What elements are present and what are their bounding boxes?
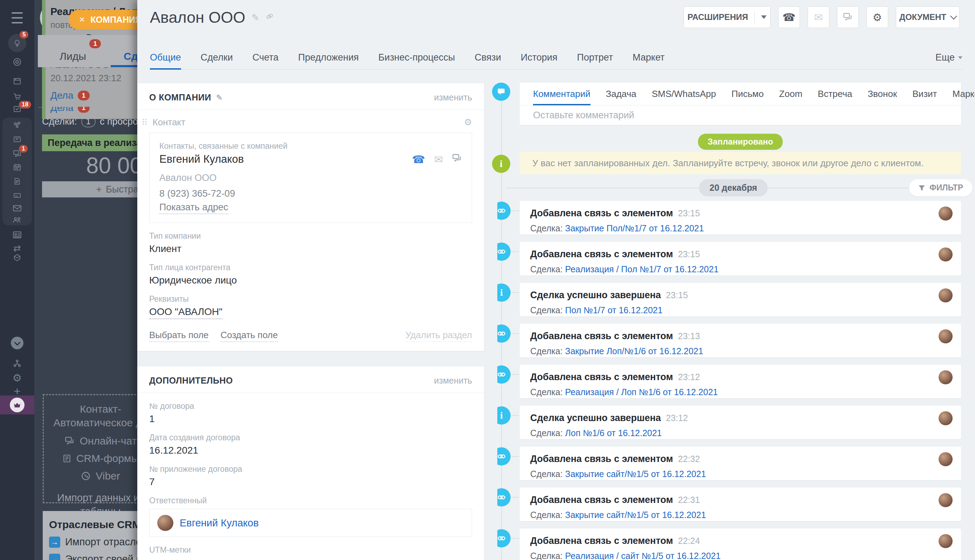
window-icon[interactable] bbox=[0, 77, 34, 85]
deal-activities[interactable]: Дела 1 bbox=[50, 90, 132, 101]
timeline-entry[interactable]: i Сделка успешно завершена 23:15 Сделка:… bbox=[520, 283, 961, 317]
chevron-down-icon[interactable] bbox=[761, 15, 766, 19]
contact-card-icon[interactable] bbox=[0, 231, 34, 239]
contact-name[interactable]: Евгений Кулаков bbox=[159, 153, 244, 165]
sitemap-icon[interactable] bbox=[0, 359, 34, 368]
entry-deal-link[interactable]: Реализация / сайт №1/5 от 16.12.2021 bbox=[565, 551, 721, 560]
tab-item[interactable]: Маркет bbox=[633, 52, 664, 69]
tab-item[interactable]: Предложения bbox=[298, 52, 359, 69]
target-icon[interactable] bbox=[0, 57, 34, 67]
timeline-entry[interactable]: i Добавлена связь с элементом 23:15 Сдел… bbox=[520, 242, 961, 275]
chevron-down-circle-icon[interactable] bbox=[0, 337, 34, 349]
drive-icon[interactable] bbox=[0, 191, 34, 200]
tab-item[interactable]: SMS/WhatsApp bbox=[652, 88, 716, 105]
timeline-entry[interactable]: i Добавлена связь с элементом 22:31 Сдел… bbox=[520, 488, 961, 521]
crm-network-icon[interactable] bbox=[0, 120, 34, 130]
chat-icon[interactable] bbox=[452, 153, 462, 165]
create-field-link[interactable]: Создать поле bbox=[220, 330, 278, 342]
timeline-entry[interactable]: i Добавлена связь с элементом 23:13 Сдел… bbox=[520, 324, 961, 357]
comment-input[interactable] bbox=[520, 105, 961, 125]
kanban-icon[interactable] bbox=[0, 135, 34, 143]
tab-item[interactable]: Zoom bbox=[779, 88, 802, 105]
settings-gear-icon[interactable]: ⚙ bbox=[0, 372, 34, 384]
timeline-entry[interactable]: i Добавлена связь с элементом 22:24 Сдел… bbox=[520, 528, 961, 560]
entry-deal-link[interactable]: Реализация / Пол №1/7 от 16.12.2021 bbox=[565, 264, 719, 274]
entry-deal-link[interactable]: Лоп №1/6 от 16.12.2021 bbox=[565, 428, 662, 438]
crm-crown-row[interactable] bbox=[0, 395, 34, 414]
close-icon[interactable]: × bbox=[79, 14, 85, 25]
edit-link[interactable]: изменить bbox=[434, 92, 472, 103]
edit-link[interactable]: изменить bbox=[434, 375, 472, 386]
tab-item[interactable]: Портрет bbox=[577, 52, 613, 69]
settings-button[interactable]: ⚙ bbox=[866, 6, 888, 28]
chat-button[interactable] bbox=[837, 6, 859, 28]
entry-deal-link[interactable]: Закрытие Пол/№1/7 от 16.12.2021 bbox=[565, 223, 704, 233]
tab-item[interactable]: Встреча bbox=[818, 88, 852, 105]
sync-icon[interactable]: ⇄ bbox=[0, 243, 34, 254]
promo-viber[interactable]: Viber bbox=[44, 470, 137, 482]
entry-prefix: Сделка: bbox=[530, 387, 563, 397]
tab-leads[interactable]: 1 Лиды bbox=[38, 35, 108, 67]
company-tag[interactable]: × КОМПАНИЯ bbox=[68, 10, 137, 29]
notifications-icon[interactable] bbox=[0, 34, 34, 52]
entry-deal-link[interactable]: Закрытие сайт/№1/5 от 16.12.2021 bbox=[565, 469, 706, 479]
entry-deal-link[interactable]: Закрытие Лоп/№1/6 от 16.12.2021 bbox=[565, 346, 703, 356]
industry-import[interactable]: → Импорт отраслевой bbox=[49, 536, 137, 548]
tab-item[interactable]: Счета bbox=[252, 52, 279, 69]
stage-header[interactable]: Передача в реализацию (2 bbox=[42, 134, 137, 151]
messenger-icon[interactable] bbox=[0, 149, 34, 158]
timeline-entry[interactable]: i Добавлена связь с элементом 23:12 Сдел… bbox=[520, 365, 961, 398]
planned-badge: Запланировано bbox=[698, 134, 783, 150]
tab-item[interactable]: Маркет bbox=[953, 88, 975, 105]
contact-phone[interactable]: 8 (923) 365-72-09 bbox=[159, 188, 462, 199]
phone-icon[interactable]: ☎ bbox=[412, 153, 425, 165]
tab-deals[interactable]: Сделки bbox=[108, 35, 137, 67]
tab-item[interactable]: История bbox=[521, 52, 558, 69]
copy-link-icon[interactable] bbox=[265, 12, 274, 23]
entry-deal-link[interactable]: Реализация / Лоп №1/6 от 16.12.2021 bbox=[565, 387, 718, 397]
drag-handle-icon[interactable]: ⠿ bbox=[142, 118, 148, 127]
tab-item[interactable]: Комментарий bbox=[533, 88, 591, 105]
delete-section-link[interactable]: Удалить раздел bbox=[406, 330, 472, 342]
tab-item[interactable]: Бизнес-процессы bbox=[378, 52, 455, 69]
show-address-link[interactable]: Показать адрес bbox=[159, 202, 228, 214]
calendar-icon[interactable] bbox=[0, 163, 34, 172]
tabs-more[interactable]: Еще bbox=[935, 52, 962, 69]
timeline-entry[interactable]: i Добавлена связь с элементом 22:32 Сдел… bbox=[520, 447, 961, 480]
tab-item[interactable]: Задача bbox=[606, 88, 636, 105]
document-button[interactable]: ДОКУМЕНТ bbox=[896, 6, 960, 28]
responsible-box[interactable]: Евгений Кулаков bbox=[149, 509, 472, 537]
industry-export[interactable]: → Экспорт своей CRM bbox=[49, 553, 137, 560]
tab-item[interactable]: Сделки bbox=[201, 52, 233, 69]
email-button[interactable]: ✉ bbox=[808, 6, 829, 28]
edit-title-pencil-icon[interactable]: ✎ bbox=[252, 12, 259, 23]
entry-deal-link[interactable]: Закрытие сайт/№1/5 от 16.12.2021 bbox=[565, 510, 706, 520]
timeline-entry[interactable]: i Сделка успешно завершена 23:12 Сделка:… bbox=[520, 406, 961, 439]
select-field-link[interactable]: Выбрать поле bbox=[149, 330, 209, 342]
tab-item[interactable]: Связи bbox=[474, 52, 501, 69]
menu-icon[interactable] bbox=[0, 10, 34, 25]
promo-online-chat[interactable]: Онлайн-чат bbox=[44, 435, 137, 447]
tab-item[interactable]: Письмо bbox=[731, 88, 764, 105]
people-icon[interactable] bbox=[0, 216, 34, 224]
tab-item[interactable]: Звонок bbox=[868, 88, 897, 105]
entry-deal-link[interactable]: Пол №1/7 от 16.12.2021 bbox=[565, 305, 663, 315]
responsible-name-link[interactable]: Евгений Кулаков bbox=[180, 517, 259, 529]
documents-icon[interactable] bbox=[0, 177, 34, 185]
gear-icon[interactable]: ⚙ bbox=[464, 117, 472, 128]
mail-icon[interactable]: ✉ bbox=[434, 153, 443, 165]
timeline-entry[interactable]: i Добавлена связь с элементом 23:15 Сдел… bbox=[520, 201, 961, 235]
entry-title: Добавлена связь с элементом bbox=[530, 372, 673, 382]
cart-icon[interactable] bbox=[0, 92, 34, 101]
box-icon[interactable] bbox=[0, 253, 34, 261]
quick-add-deal-button[interactable]: + Быстрая bbox=[42, 181, 137, 197]
filter-button[interactable]: ФИЛЬТР bbox=[909, 179, 972, 197]
edit-pencil-icon[interactable]: ✎ bbox=[216, 93, 223, 102]
call-button[interactable]: ☎ bbox=[778, 6, 800, 28]
linked-contact-box[interactable]: Контакты, связанные с компанией Евгений … bbox=[149, 133, 472, 223]
mail-icon[interactable] bbox=[0, 204, 34, 212]
promo-crm-forms[interactable]: CRM-формы bbox=[44, 453, 137, 465]
tab-item[interactable]: Общие bbox=[150, 52, 181, 69]
tab-item[interactable]: Визит bbox=[912, 88, 937, 105]
extensions-button[interactable]: РАСШИРЕНИЯ bbox=[684, 6, 770, 28]
